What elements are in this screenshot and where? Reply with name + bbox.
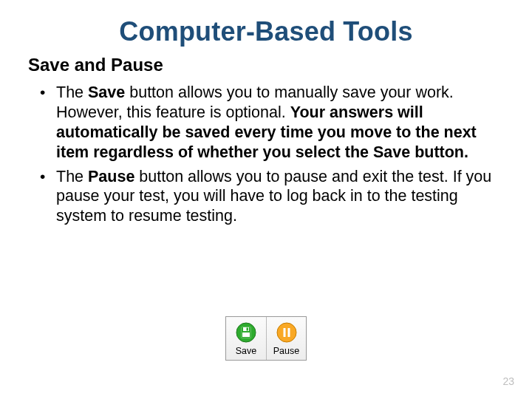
slide-content: Computer-Based Tools Save and Pause The … — [0, 0, 532, 399]
bullet-text: The — [56, 168, 88, 185]
svg-rect-4 — [247, 328, 249, 331]
pause-button-label: Pause — [273, 346, 299, 356]
bullet-item: The Save button allows you to manually s… — [40, 83, 504, 163]
bullet-bold: Save — [88, 83, 125, 101]
bullet-item: The Pause button allows you to pause and… — [40, 167, 504, 227]
save-icon — [234, 321, 258, 344]
svg-point-6 — [277, 323, 296, 342]
slide-subtitle: Save and Pause — [28, 55, 504, 75]
pause-button[interactable]: Pause — [266, 317, 306, 360]
page-number: 23 — [502, 375, 514, 387]
bullet-bold: Pause — [88, 168, 134, 185]
toolbar-buttons: Save Pause — [225, 316, 307, 361]
save-button[interactable]: Save — [226, 317, 266, 360]
bullet-text: The — [56, 83, 88, 101]
slide-title: Computer-Based Tools — [28, 16, 504, 47]
bullet-list: The Save button allows you to manually s… — [28, 83, 504, 226]
svg-rect-8 — [287, 328, 290, 337]
save-button-label: Save — [236, 346, 257, 356]
pause-icon — [275, 321, 299, 344]
svg-rect-7 — [283, 328, 285, 337]
svg-rect-5 — [242, 332, 250, 337]
